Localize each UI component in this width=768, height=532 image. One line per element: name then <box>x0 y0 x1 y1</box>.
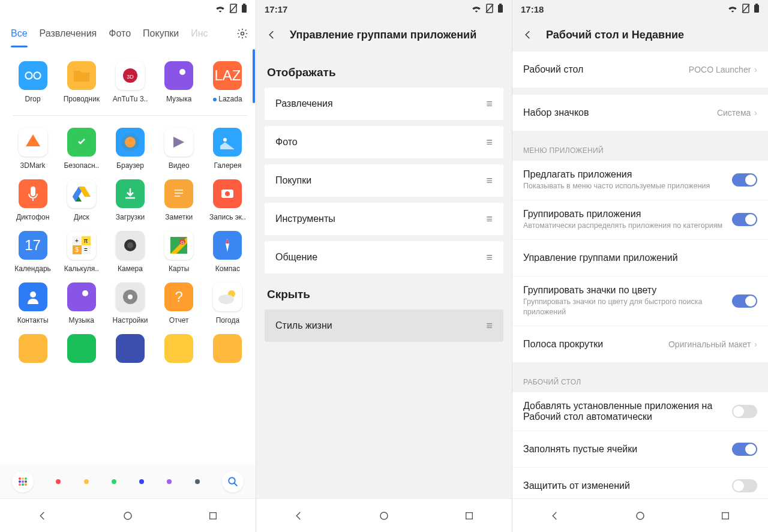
app-Загрузки[interactable]: Загрузки <box>106 179 154 221</box>
svg-point-44 <box>22 477 24 480</box>
app-Видео[interactable]: Видео <box>155 128 203 170</box>
back-button[interactable] <box>265 28 279 42</box>
app-Погода[interactable]: Погода <box>203 282 252 324</box>
nav-back[interactable] <box>548 509 562 523</box>
svg-point-21 <box>225 191 230 196</box>
nav-recent[interactable] <box>718 509 733 523</box>
app-Настройки[interactable]: Настройки <box>106 282 154 324</box>
nav-bar <box>0 498 256 532</box>
nav-back[interactable] <box>35 509 50 523</box>
group-item[interactable]: Общение≡ <box>265 241 503 273</box>
back-button[interactable] <box>521 28 535 42</box>
all-colors-chip[interactable] <box>12 471 34 492</box>
app-icon <box>164 179 193 208</box>
row-scrollbar[interactable]: Полоса прокрутки Оригинальный макет› <box>512 326 768 362</box>
drag-handle-icon[interactable]: ≡ <box>486 136 493 149</box>
toggle-protect[interactable] <box>732 479 757 492</box>
app-Камера[interactable]: Камера <box>106 231 154 273</box>
tab-4[interactable]: Инс <box>191 20 208 47</box>
app-icon[interactable] <box>8 334 57 363</box>
toggle-group[interactable] <box>732 213 757 226</box>
app-Музыка[interactable]: Музыка <box>155 61 203 103</box>
app-Диктофон[interactable]: Диктофон <box>8 179 57 221</box>
tab-2[interactable]: Фото <box>109 20 131 47</box>
nav-recent[interactable] <box>206 509 220 523</box>
svg-rect-16 <box>172 185 186 202</box>
app-Lazada[interactable]: LAZLazada <box>203 61 252 103</box>
toggle-color[interactable] <box>732 294 757 308</box>
row-group-apps[interactable]: Группировать приложенияАвтоматически рас… <box>512 200 768 239</box>
drag-handle-icon[interactable]: ≡ <box>486 320 493 332</box>
group-item[interactable]: Фото≡ <box>265 126 503 158</box>
row-auto-add[interactable]: Добавлять установленные приложения на Ра… <box>512 392 768 431</box>
app-Drop[interactable]: Drop <box>8 61 57 103</box>
app-icon[interactable] <box>57 334 106 363</box>
scrollbar-thumb[interactable] <box>253 49 255 103</box>
drag-handle-icon[interactable]: ≡ <box>486 98 493 110</box>
svg-text:3D: 3D <box>127 74 134 80</box>
nav-recent[interactable] <box>462 509 476 523</box>
row-group-by-color[interactable]: Группировать значки по цветуГруппировать… <box>512 276 768 326</box>
color-dot[interactable] <box>111 479 117 485</box>
svg-point-31 <box>127 242 133 248</box>
app-icon[interactable] <box>155 334 203 363</box>
group-item[interactable]: Покупки≡ <box>265 164 503 197</box>
app-Запись эк..[interactable]: Запись эк.. <box>203 179 252 221</box>
svg-rect-58 <box>498 5 503 13</box>
tab-1[interactable]: Развлечения <box>40 20 97 47</box>
app-Отчет[interactable]: ?Отчет <box>155 282 203 324</box>
app-Безопасн..[interactable]: Безопасн.. <box>57 128 106 170</box>
nav-home[interactable] <box>633 509 647 523</box>
group-item[interactable]: Инструменты≡ <box>265 203 503 235</box>
app-icon[interactable] <box>203 334 252 363</box>
app-icon <box>67 282 96 311</box>
app-label: Lazada <box>213 95 242 103</box>
app-icon <box>116 334 145 363</box>
app-Карты[interactable]: GКарты <box>155 231 203 273</box>
toggle-suggest[interactable] <box>732 173 757 187</box>
app-Компас[interactable]: Компас <box>203 231 252 273</box>
svg-point-45 <box>25 477 27 480</box>
row-suggest-apps[interactable]: Предлагать приложенияПоказывать в меню ч… <box>512 161 768 200</box>
color-dot[interactable] <box>166 479 172 485</box>
group-item[interactable]: Стиль жизни≡ <box>265 309 503 342</box>
drag-handle-icon[interactable]: ≡ <box>486 251 493 264</box>
app-Браузер[interactable]: Браузер <box>106 128 154 170</box>
nav-home[interactable] <box>121 509 135 523</box>
svg-point-12 <box>125 137 136 148</box>
app-scroll-area[interactable]: DropПроводник3DAnTuTu 3..МузыкаLAZLazada… <box>0 49 256 452</box>
tab-3[interactable]: Покупки <box>143 20 179 47</box>
color-dot[interactable] <box>194 479 200 485</box>
row-icon-pack[interactable]: Набор значков Система› <box>512 95 768 131</box>
section-desktop: РАБОЧИЙ СТОЛ <box>512 369 768 392</box>
toggle-fill[interactable] <box>732 443 757 456</box>
app-3DMark[interactable]: 3DMark <box>8 128 57 170</box>
nav-back[interactable] <box>292 509 306 523</box>
color-dot[interactable] <box>55 479 61 485</box>
app-Диск[interactable]: Диск <box>57 179 106 221</box>
color-dot[interactable] <box>83 479 89 485</box>
gear-icon[interactable] <box>234 25 251 42</box>
app-label: Календарь <box>14 265 51 273</box>
tab-0[interactable]: Все <box>11 20 28 47</box>
app-icon[interactable] <box>106 334 154 363</box>
group-item[interactable]: Развлечения≡ <box>265 88 503 120</box>
app-Музыка[interactable]: Музыка <box>57 282 106 324</box>
row-manage-groups[interactable]: Управление группами приложений <box>512 240 768 276</box>
app-Калькуля..[interactable]: +π$=Калькуля.. <box>57 231 106 273</box>
app-Галерея[interactable]: Галерея <box>203 128 252 170</box>
drag-handle-icon[interactable]: ≡ <box>486 213 493 226</box>
toggle-auto-add[interactable] <box>732 405 757 418</box>
app-Контакты[interactable]: Контакты <box>8 282 57 324</box>
search-chip[interactable] <box>222 471 244 492</box>
color-dot[interactable] <box>139 479 145 485</box>
row-launcher[interactable]: Рабочий стол POCO Launcher› <box>512 52 768 88</box>
app-Проводник[interactable]: Проводник <box>57 61 106 103</box>
nav-home[interactable] <box>377 509 391 523</box>
drag-handle-icon[interactable]: ≡ <box>486 175 493 187</box>
row-fill-empty[interactable]: Заполнять пустые ячейки <box>512 431 768 467</box>
app-Календарь[interactable]: 17Календарь <box>8 231 57 273</box>
app-Заметки[interactable]: Заметки <box>155 179 203 221</box>
section-menu-apps: МЕНЮ ПРИЛОЖЕНИЙ <box>512 138 768 161</box>
app-AnTuTu 3..[interactable]: 3DAnTuTu 3.. <box>106 61 154 103</box>
